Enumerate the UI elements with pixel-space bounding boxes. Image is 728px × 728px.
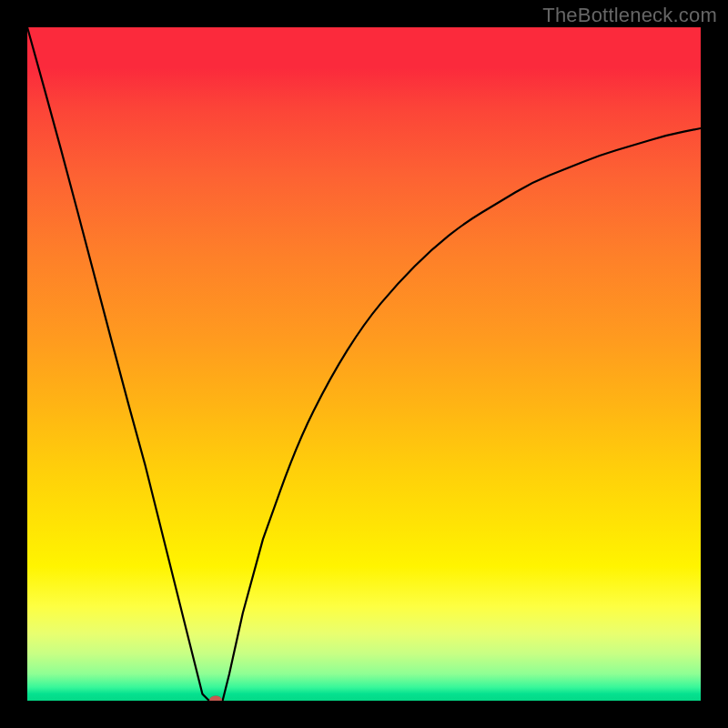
minimum-marker — [209, 696, 222, 702]
chart-frame: TheBottleneck.com — [0, 0, 728, 728]
curve-path — [27, 27, 701, 701]
watermark-text: TheBottleneck.com — [542, 4, 717, 27]
bottleneck-curve — [27, 27, 701, 701]
plot-area — [27, 27, 701, 701]
